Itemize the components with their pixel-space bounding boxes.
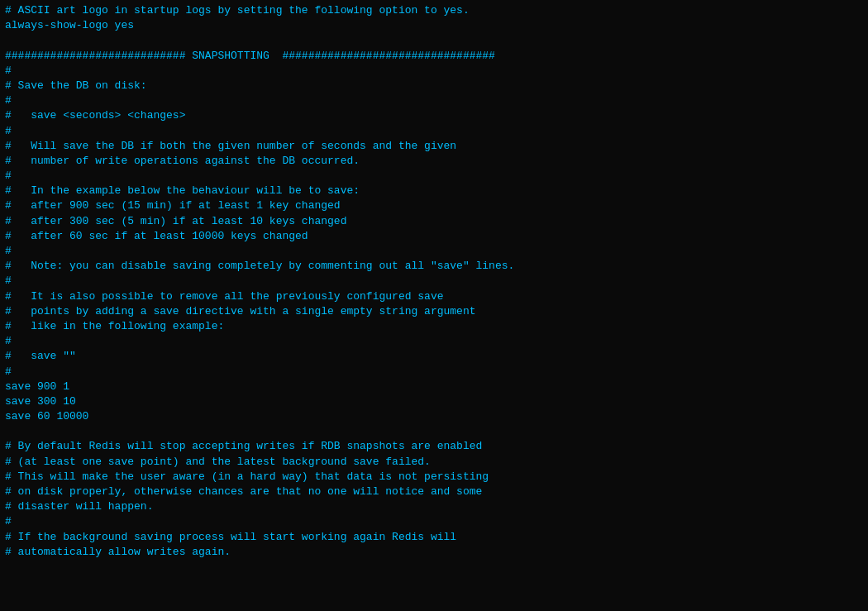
code-content: # ASCII art logo in startup logs by sett… [5,3,863,560]
